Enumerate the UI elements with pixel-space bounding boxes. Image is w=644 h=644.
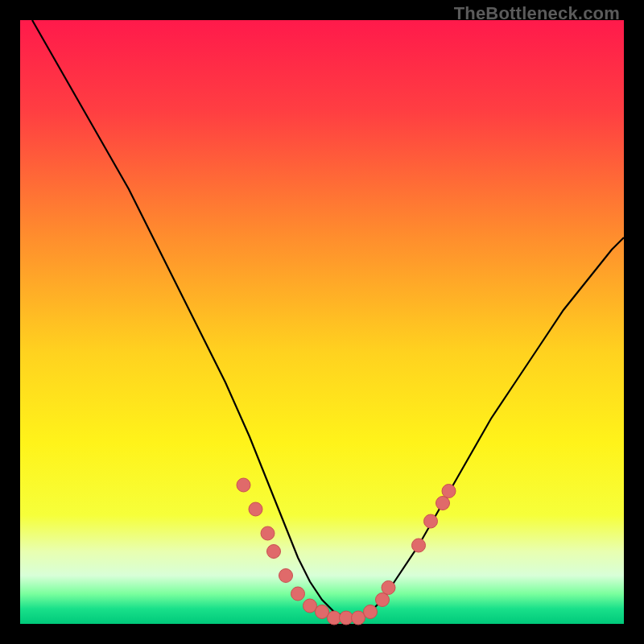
- scatter-dot: [291, 587, 305, 601]
- plot-svg: [20, 20, 624, 624]
- scatter-dot: [340, 611, 353, 625]
- scatter-dots: [237, 478, 456, 625]
- scatter-dot: [352, 611, 365, 625]
- plot-frame: [20, 20, 624, 624]
- scatter-dot: [424, 514, 438, 528]
- scatter-dot: [412, 539, 426, 552]
- scatter-dot: [249, 502, 262, 516]
- scatter-dot: [376, 593, 390, 607]
- scatter-dot: [303, 599, 317, 613]
- scatter-dot: [442, 485, 456, 498]
- scatter-dot: [328, 611, 341, 625]
- scatter-dot: [436, 497, 450, 510]
- scatter-dot: [316, 605, 329, 619]
- scatter-dot: [261, 526, 275, 540]
- scatter-dot: [364, 605, 378, 619]
- bottleneck-curve: [32, 20, 624, 618]
- scatter-dot: [279, 569, 293, 583]
- scatter-dot: [237, 478, 250, 492]
- scatter-dot: [267, 545, 281, 559]
- scatter-dot: [382, 581, 395, 595]
